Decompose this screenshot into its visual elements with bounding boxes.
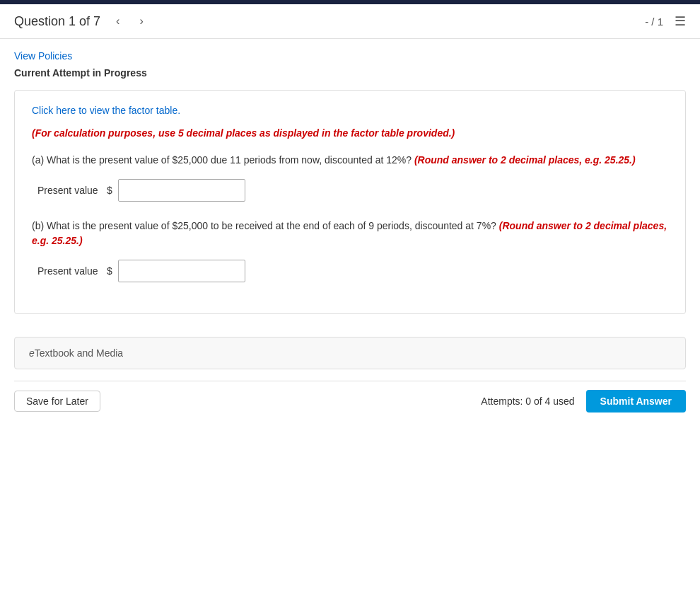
submit-answer-button[interactable]: Submit Answer xyxy=(586,390,686,412)
round-note-a: (Round answer to 2 decimal places, e.g. … xyxy=(414,154,636,166)
header-right: - / 1 ☰ xyxy=(645,13,686,29)
input-row-b: Present value $ xyxy=(37,260,668,282)
list-icon[interactable]: ☰ xyxy=(675,13,686,29)
save-for-later-button[interactable]: Save for Later xyxy=(14,391,100,412)
present-value-label-a: Present value xyxy=(37,185,101,196)
input-row-a: Present value $ xyxy=(37,179,668,202)
etextbook-main: Textbook and Media xyxy=(35,347,123,359)
footer-right: Attempts: 0 of 4 used Submit Answer xyxy=(481,390,686,412)
dollar-sign-b: $ xyxy=(107,265,112,277)
question-part-a: (a) What is the present value of $25,000… xyxy=(32,153,668,202)
score-label: - / 1 xyxy=(645,16,663,28)
question-box: Click here to view the factor table. (Fo… xyxy=(14,90,686,314)
question-title: Question 1 of 7 xyxy=(14,14,100,29)
etextbook-prefix: e xyxy=(29,347,35,359)
dollar-sign-a: $ xyxy=(107,185,112,196)
present-value-label-b: Present value xyxy=(37,265,101,277)
footer-bar: Save for Later Attempts: 0 of 4 used Sub… xyxy=(0,381,700,421)
attempts-text: Attempts: 0 of 4 used xyxy=(481,396,574,407)
question-text-b: (b) What is the present value of $25,000… xyxy=(32,219,668,248)
present-value-input-b[interactable] xyxy=(118,260,245,282)
next-button[interactable]: › xyxy=(135,13,147,30)
instruction-text: (For calculation purposes, use 5 decimal… xyxy=(32,127,668,139)
question-text-a: (a) What is the present value of $25,000… xyxy=(32,153,668,168)
present-value-input-a[interactable] xyxy=(118,179,245,202)
view-policies-link[interactable]: View Policies xyxy=(14,50,686,62)
header-left: Question 1 of 7 ‹ › xyxy=(14,13,148,30)
current-attempt-label: Current Attempt in Progress xyxy=(14,67,686,79)
factor-table-link[interactable]: Click here to view the factor table. xyxy=(32,105,668,116)
content-area: View Policies Current Attempt in Progres… xyxy=(0,39,700,325)
prev-button[interactable]: ‹ xyxy=(112,13,124,30)
etextbook-bar: eTextbook and Media xyxy=(14,337,686,369)
header: Question 1 of 7 ‹ › - / 1 ☰ xyxy=(0,4,700,39)
question-part-b: (b) What is the present value of $25,000… xyxy=(32,219,668,282)
